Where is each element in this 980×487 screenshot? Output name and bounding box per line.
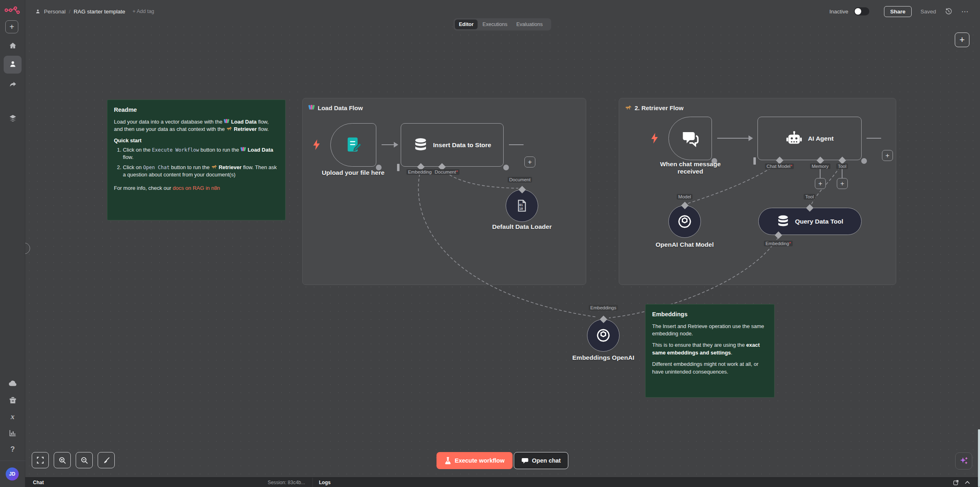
books-icon <box>308 104 315 111</box>
statusbar-divider <box>312 478 313 487</box>
insert-add-next-button[interactable]: + <box>524 157 535 167</box>
insert-output-port[interactable] <box>503 165 509 170</box>
variables-icon[interactable]: x <box>0 412 25 421</box>
chat-trigger-bolt-icon <box>650 133 659 146</box>
node-query-data-tool[interactable]: Query Data Tool <box>758 208 862 235</box>
active-toggle[interactable] <box>854 7 869 15</box>
add-memory-button[interactable]: + <box>815 178 826 189</box>
breadcrumb: Personal / RAG starter template + Add ta… <box>35 0 154 23</box>
create-workflow-button[interactable]: + <box>5 20 18 33</box>
session-id: Session: 83c4b... <box>262 480 305 485</box>
model-chip: Model <box>677 194 692 200</box>
tidy-up-button[interactable] <box>98 452 115 468</box>
view-tabs: Editor Executions Evaluations <box>454 18 551 30</box>
form-file-icon <box>344 136 363 154</box>
embeddings-sticky-note[interactable]: Embeddings The Insert and Retrieve opera… <box>645 304 775 398</box>
readme-title: Readme <box>114 106 279 114</box>
zoom-in-button[interactable] <box>54 452 71 468</box>
n8n-app: + x ? JD Person <box>0 0 980 487</box>
node-openai-chat-model[interactable] <box>668 205 701 238</box>
load-data-flow-title: Load Data Flow <box>308 104 363 111</box>
insights-chart-icon[interactable] <box>0 429 25 437</box>
cloud-admin-icon[interactable] <box>0 380 25 387</box>
node-insert-data[interactable]: Insert Data to Store <box>401 123 504 167</box>
query-tool-chip: Tool <box>803 194 815 200</box>
sidebar-divider <box>0 461 25 461</box>
node-default-data-loader[interactable]: 01 10 <box>506 189 538 222</box>
zoom-out-button[interactable] <box>76 452 93 468</box>
tab-evaluations[interactable]: Evaluations <box>512 20 547 29</box>
open-chat-button[interactable]: Open chat <box>514 452 568 469</box>
ai-assistant-button[interactable] <box>955 452 972 470</box>
dog-icon <box>625 104 632 111</box>
agent-add-next-button[interactable]: + <box>882 150 893 161</box>
openai-icon <box>677 214 692 229</box>
tab-executions[interactable]: Executions <box>478 20 511 29</box>
status-label: Inactive <box>829 9 849 15</box>
quick-start-heading: Quick start <box>114 137 142 143</box>
share-button[interactable]: Share <box>884 6 912 17</box>
readme-sticky-note[interactable]: Readme Load your data into a vector data… <box>107 100 286 220</box>
node-embeddings-openai[interactable] <box>587 319 620 352</box>
embeddings-note-p3: Different embeddings might not work at a… <box>652 361 768 376</box>
workflow-title[interactable]: RAG starter template <box>74 9 125 15</box>
embeddings-note-p1: The Insert and Retrieve operation use th… <box>652 323 768 338</box>
embeddings-port-chip: Embeddings <box>589 305 618 311</box>
trigger-bolt-icon <box>312 139 321 152</box>
user-avatar[interactable]: JD <box>6 467 19 480</box>
add-tag-button[interactable]: + Add tag <box>133 9 154 14</box>
document-edge-chip: Document <box>508 177 532 183</box>
execute-workflow-label: Execute workflow <box>455 457 504 464</box>
help-icon[interactable]: ? <box>0 445 25 454</box>
toggle-knob <box>855 8 861 15</box>
docs-link[interactable]: docs on RAG in n8n <box>173 185 220 191</box>
dog-icon <box>211 164 217 170</box>
add-tool-button[interactable]: + <box>837 178 848 189</box>
chat-bubbles-icon <box>681 130 700 147</box>
dog-icon <box>226 126 232 132</box>
database-icon <box>413 137 428 153</box>
templates-icon[interactable] <box>0 396 25 404</box>
workflow-canvas[interactable]: › + Readme Load your data <box>25 23 980 477</box>
insert-node-label: Insert Data to Store <box>433 141 491 149</box>
document-port-chip: Document* <box>433 169 460 175</box>
binary-file-icon: 01 10 <box>515 199 529 213</box>
shared-nav-icon[interactable] <box>0 80 25 89</box>
insights-layers-icon[interactable] <box>0 114 25 122</box>
chat-bubble-icon <box>522 457 528 464</box>
fit-view-button[interactable] <box>32 452 49 468</box>
node-ai-agent[interactable]: AI Agent <box>757 117 862 160</box>
node-upload-trigger[interactable] <box>330 123 376 167</box>
chat-trigger-label: When chat messagereceived <box>660 161 720 175</box>
chevron-up-icon[interactable] <box>965 480 970 484</box>
chat-model-port-chip: Chat Model* <box>765 163 794 169</box>
history-icon[interactable] <box>945 8 952 15</box>
collapsed-panel-edge[interactable] <box>978 429 980 487</box>
robot-icon <box>786 130 803 147</box>
openai-icon <box>596 328 611 343</box>
add-node-button[interactable]: + <box>955 33 969 47</box>
agent-output-port[interactable] <box>861 158 867 164</box>
embeddings-node-label: Embeddings OpenAI <box>572 354 634 361</box>
node-chat-trigger[interactable] <box>668 117 712 160</box>
more-menu-icon[interactable]: ⋯ <box>961 7 969 16</box>
embeddings-note-p2: This is to ensure that they are using th… <box>652 341 768 357</box>
upload-node-label: Upload your file here <box>322 169 384 176</box>
execute-workflow-button[interactable]: Execute workflow <box>437 452 513 469</box>
breadcrumb-project[interactable]: Personal <box>44 9 65 15</box>
personal-nav-icon[interactable] <box>0 60 25 68</box>
logs-panel-label[interactable]: Logs <box>319 480 331 485</box>
chat-panel-label[interactable]: Chat <box>33 480 44 485</box>
embeddings-note-title: Embeddings <box>652 310 768 319</box>
home-icon[interactable] <box>0 41 25 50</box>
tab-editor[interactable]: Editor <box>455 20 478 29</box>
flask-icon <box>445 457 451 464</box>
sidebar: + x ? JD <box>0 0 25 487</box>
openai-model-label: OpenAI Chat Model <box>656 241 714 248</box>
n8n-logo-icon[interactable] <box>4 5 20 17</box>
popout-icon[interactable] <box>953 480 959 485</box>
quick-start-item-2: Click on Open Chat button to run the Ret… <box>123 164 279 179</box>
retriever-flow-title: 2. Retriever Flow <box>625 104 683 111</box>
breadcrumb-separator: / <box>69 9 70 15</box>
header-actions: Inactive Share Saved ⋯ <box>829 0 969 23</box>
